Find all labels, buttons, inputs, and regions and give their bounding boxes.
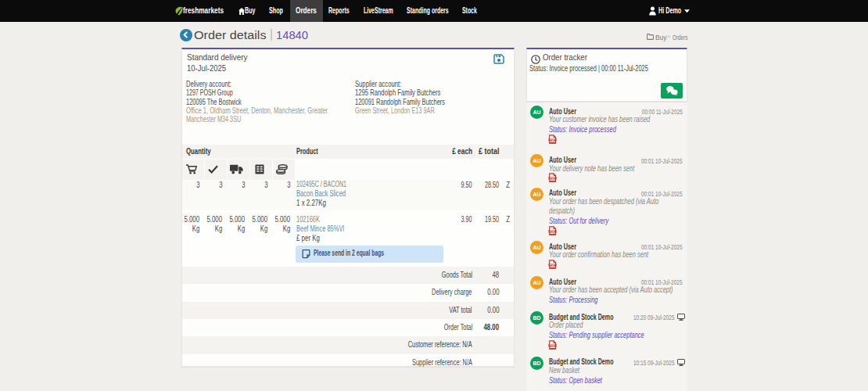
svg-text:PDF: PDF — [550, 230, 554, 233]
svg-text:PDF: PDF — [550, 177, 554, 180]
svg-text:PDF: PDF — [550, 138, 554, 142]
svg-text:PDF: PDF — [550, 344, 554, 347]
svg-text:PDF: PDF — [550, 263, 554, 266]
